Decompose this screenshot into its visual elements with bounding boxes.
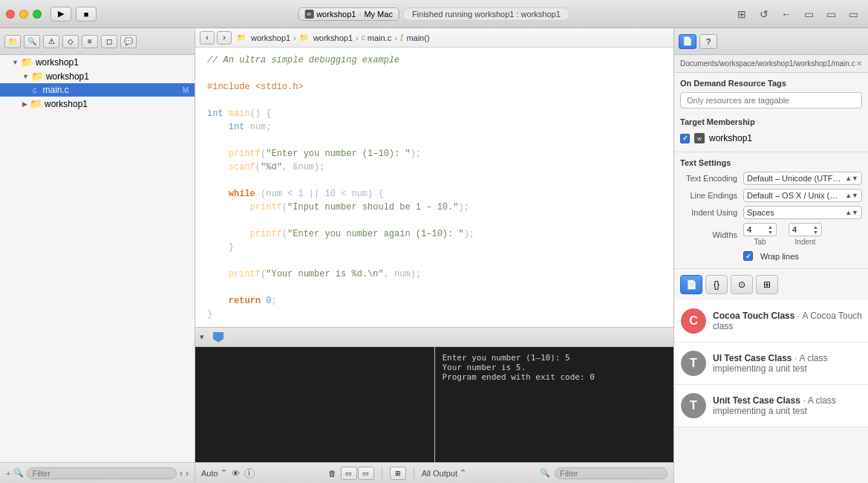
sidebar-item-label-main: main.c [43, 85, 69, 95]
membership-section: Target Membership ✓ w workshop1 [674, 111, 868, 152]
sidebar-item-workshop1-root[interactable]: ▼ 📁 workshop1 [0, 55, 195, 69]
indent-step-down[interactable]: ▼ [813, 230, 818, 235]
close-button[interactable] [6, 10, 15, 19]
icon-bar-grid-btn[interactable]: ⊞ [756, 275, 778, 294]
wrap-checkbox[interactable]: ✓ [743, 251, 753, 261]
tab-step-down[interactable]: ▼ [768, 230, 773, 235]
encoding-row: Text Encoding Default – Unicode (UTF… ▲▼ [680, 172, 862, 185]
tab-stepper[interactable]: ▲ ▼ [768, 224, 773, 235]
console-filter-input[interactable] [555, 467, 668, 479]
run-status: Finished running workshop1 : workshop1 [402, 7, 570, 21]
unit-test-letter: T [690, 399, 697, 412]
titlebar-controls: ▶ ■ [50, 7, 97, 22]
navigator-toggle[interactable]: ▭ [800, 7, 818, 22]
sidebar-bookmark-btn[interactable]: ◇ [62, 35, 79, 48]
right-path-close[interactable]: ✕ [856, 59, 862, 68]
file-tree: ▼ 📁 workshop1 ▼ 📁 workshop1 c main.c M ▶… [0, 55, 195, 462]
tags-input[interactable] [680, 92, 862, 108]
wrap-row: ✓ Wrap lines [680, 250, 862, 262]
indent-label: Indent Using [680, 208, 743, 217]
minimize-button[interactable] [19, 10, 28, 19]
icon-bar-clock-btn[interactable]: ⊙ [731, 275, 753, 294]
sidebar-filter-input[interactable] [27, 467, 177, 479]
fullscreen-button[interactable] [33, 10, 42, 19]
sidebar-list-btn[interactable]: ≡ [82, 35, 98, 48]
membership-checkbox[interactable]: ✓ [680, 134, 690, 143]
editor-back-btn[interactable]: ‹ [200, 31, 215, 45]
template-ui-test[interactable]: T UI Test Case Class - A class implement… [674, 343, 868, 385]
trash-icon[interactable]: 🗑 [328, 469, 336, 478]
seg-btn-1[interactable]: ▭ [341, 467, 357, 480]
tab-width-input[interactable]: 4 ▲ ▼ [743, 223, 777, 236]
template-unit-test[interactable]: T Unit Test Case Class - A class impleme… [674, 385, 868, 427]
indent-width-input[interactable]: 4 ▲ ▼ [789, 223, 822, 236]
panels-icon[interactable]: ⊞ [733, 7, 751, 22]
activity-icon[interactable]: ↺ [755, 7, 773, 22]
traffic-lights [6, 10, 42, 19]
indent-arrow: ▲▼ [845, 209, 858, 216]
sidebar-folder-btn[interactable]: 📁 [4, 35, 21, 48]
sidebar-warning-btn[interactable]: ⚠ [43, 35, 59, 48]
layout-btn-1[interactable]: ⊞ [390, 467, 406, 480]
bottom-status: Auto ⌃ 👁 i 🗑 ▭ ▭ ⊞ All Output ⌃ [195, 462, 673, 483]
inspector-toggle[interactable]: ▭ [844, 7, 862, 22]
sidebar-item-products[interactable]: ▶ 📁 workshop1 [0, 97, 195, 111]
text-settings-title: Text Settings [680, 158, 862, 167]
sidebar-item-workshop1-sub[interactable]: ▼ 📁 workshop1 [0, 69, 195, 83]
stop-button[interactable]: ■ [76, 7, 97, 22]
indent-dropdown[interactable]: Spaces ▲▼ [743, 206, 862, 219]
tags-section-title: On Demand Resource Tags [680, 79, 862, 88]
sidebar-item-label-products: workshop1 [45, 99, 88, 109]
output-selector[interactable]: All Output ⌃ [422, 468, 466, 478]
ui-test-icon-circle: T [681, 351, 706, 376]
code-line [195, 281, 673, 294]
cocoa-touch-letter: C [689, 314, 698, 328]
eye-icon[interactable]: 👁 [232, 469, 240, 478]
debug-toggle[interactable]: ▭ [822, 7, 840, 22]
line-endings-dropdown[interactable]: Default – OS X / Unix (… ▲▼ [743, 189, 862, 202]
template-cocoa-touch[interactable]: C Cocoa Touch Class - A Cocoa Touch clas… [674, 300, 868, 343]
expand-arrow-sub: ▼ [22, 73, 29, 80]
info-icon[interactable]: i [244, 468, 255, 479]
code-line: printf("Enter you number (1–10): "); [195, 147, 673, 161]
auto-selector[interactable]: Auto ⌃ [201, 468, 227, 478]
run-button[interactable]: ▶ [50, 7, 71, 22]
text-settings-section: Text Settings Text Encoding Default – Un… [674, 152, 868, 268]
titlebar: ▶ ■ w workshop1 › My Mac Finished runnin… [0, 0, 868, 28]
view-segment: ▭ ▭ [341, 467, 374, 480]
sidebar-prev-btn[interactable]: ‹ [180, 468, 183, 479]
debug-output-text[interactable] [195, 347, 434, 462]
c-file-icon: c [33, 85, 37, 94]
wrap-checkmark: ✓ [745, 253, 751, 260]
sidebar-item-main-c[interactable]: c main.c M [0, 83, 195, 97]
auto-chevron: ⌃ [221, 468, 227, 478]
bottom-collapse-btn[interactable]: ▾ [200, 332, 204, 342]
layout-segment: ⊞ [390, 467, 406, 480]
code-content[interactable]: // An ultra simple debugging example #in… [195, 48, 673, 327]
indent-step-up[interactable]: ▲ [813, 224, 818, 230]
seg-btn-2[interactable]: ▭ [358, 467, 374, 480]
filter-icon-bottom: 🔍 [540, 468, 550, 478]
sidebar-search-btn[interactable]: 🔍 [24, 35, 40, 48]
sidebar-tag-btn[interactable]: ◻ [101, 35, 117, 48]
folder-icon-sub: 📁 [31, 71, 43, 82]
scheme-selector[interactable]: w workshop1 › My Mac [298, 7, 399, 21]
code-line [195, 134, 673, 147]
console-output-text[interactable]: Enter you number (1–10): 5 Your number i… [435, 347, 674, 462]
plus-icon[interactable]: + [6, 469, 10, 478]
sidebar-next-btn[interactable]: › [186, 468, 189, 479]
editor-forward-btn[interactable]: › [217, 31, 232, 45]
icon-bar-code-btn[interactable]: {} [705, 275, 728, 294]
code-line: } [195, 241, 673, 254]
titlebar-right: ⊞ ↺ ← ▭ ▭ ▭ [733, 7, 862, 22]
icon-bar-file-btn[interactable]: 📄 [680, 275, 702, 294]
bc-sep2: › [356, 33, 359, 42]
sidebar-chat-btn[interactable]: 💬 [120, 35, 137, 48]
encoding-dropdown[interactable]: Default – Unicode (UTF… ▲▼ [743, 172, 862, 185]
tab-step-up[interactable]: ▲ [768, 224, 773, 230]
code-line: printf("Input number should be 1 – 10.")… [195, 201, 673, 214]
indent-stepper[interactable]: ▲ ▼ [813, 224, 818, 235]
back-icon[interactable]: ← [777, 7, 795, 22]
help-btn[interactable]: ? [699, 34, 717, 49]
file-inspector-btn[interactable]: 📄 [679, 34, 696, 49]
